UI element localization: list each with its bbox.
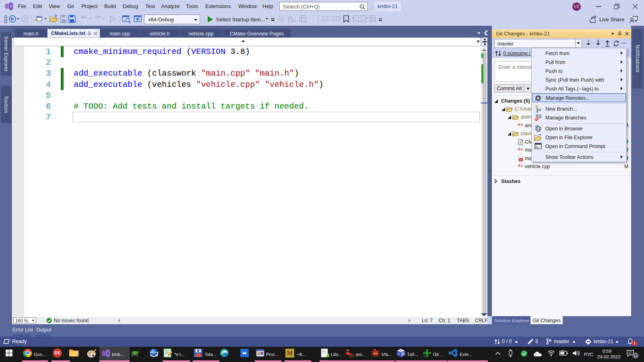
svg-text:64: 64 bbox=[374, 352, 377, 355]
svg-text:h: h bbox=[520, 158, 522, 162]
